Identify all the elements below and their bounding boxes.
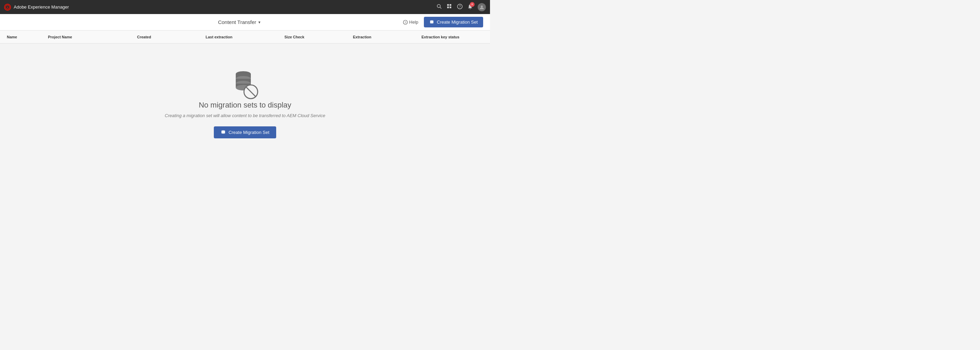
- notification-badge: 8: [470, 2, 474, 7]
- svg-rect-5: [450, 4, 451, 6]
- col-header-key-status: Extraction key status: [422, 35, 483, 39]
- nav-right: ? 8: [436, 3, 486, 11]
- svg-point-10: [470, 9, 471, 9]
- help-icon[interactable]: ?: [457, 4, 463, 11]
- col-header-extraction: Extraction: [353, 35, 422, 39]
- header-bar: Content Transfer ▾ ? Help Create Migrati…: [0, 14, 490, 30]
- svg-point-18: [430, 22, 433, 23]
- empty-state-subtitle: Creating a migration set will allow cont…: [165, 113, 325, 118]
- app-title: Adobe Experience Manager: [14, 5, 69, 10]
- create-center-button-label: Create Migration Set: [229, 130, 269, 135]
- create-migration-set-button-center[interactable]: Create Migration Set: [214, 127, 276, 138]
- help-link[interactable]: ? Help: [403, 19, 418, 25]
- grid-icon[interactable]: [447, 4, 452, 11]
- nav-left: A Adobe Experience Manager: [4, 4, 69, 11]
- create-migration-set-button-header[interactable]: Create Migration Set: [424, 17, 483, 27]
- col-header-last-extraction: Last extraction: [205, 35, 285, 39]
- svg-line-3: [440, 7, 441, 9]
- svg-rect-6: [447, 6, 449, 8]
- create-button-label: Create Migration Set: [437, 19, 478, 25]
- dropdown-icon[interactable]: ▾: [258, 20, 261, 25]
- header-right: ? Help Create Migration Set: [403, 17, 483, 27]
- col-header-size-check: Size Check: [285, 35, 353, 39]
- svg-point-2: [437, 5, 440, 8]
- page-title: Content Transfer: [218, 19, 256, 25]
- col-header-project: Project Name: [48, 35, 137, 39]
- header-center: Content Transfer ▾: [218, 19, 261, 25]
- search-icon[interactable]: [436, 4, 442, 11]
- empty-state-icon: [229, 68, 261, 101]
- svg-point-11: [481, 5, 483, 8]
- top-nav: A Adobe Experience Manager ?: [0, 0, 490, 14]
- col-header-created: Created: [137, 35, 205, 39]
- notification-icon[interactable]: 8: [468, 4, 473, 11]
- svg-rect-7: [450, 6, 451, 8]
- user-avatar[interactable]: [478, 3, 486, 11]
- svg-text:A: A: [6, 6, 9, 9]
- main-content: No migration sets to display Creating a …: [0, 43, 490, 163]
- table-header: Name Project Name Created Last extractio…: [0, 30, 490, 43]
- empty-state-title: No migration sets to display: [199, 101, 291, 109]
- svg-point-32: [221, 133, 225, 134]
- svg-text:?: ?: [459, 5, 461, 9]
- col-header-name: Name: [7, 35, 48, 39]
- svg-text:?: ?: [405, 21, 406, 24]
- svg-rect-4: [447, 4, 449, 6]
- help-label: Help: [409, 19, 418, 25]
- aem-logo-icon: A: [4, 4, 11, 11]
